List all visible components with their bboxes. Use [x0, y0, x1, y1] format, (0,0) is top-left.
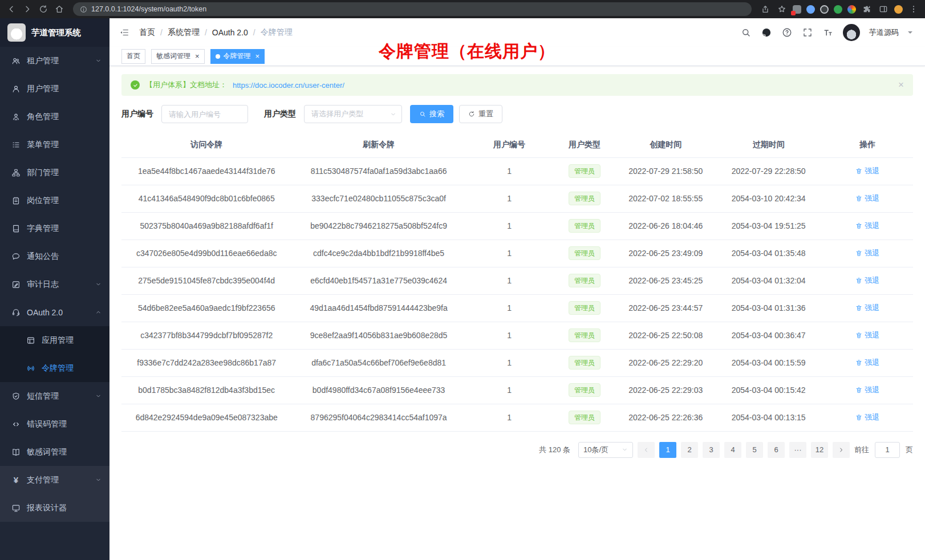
fullscreen-icon[interactable] [802, 27, 813, 38]
user-type-select[interactable]: 请选择用户类型 [304, 105, 402, 123]
extension-icon[interactable] [793, 5, 801, 14]
sidebar-item-label: 错误码管理 [27, 419, 67, 429]
back-button[interactable] [6, 3, 17, 15]
extension-icon[interactable] [820, 5, 829, 14]
navbar: 首页/系统管理/OAuth 2.0/令牌管理 芋道源码 [109, 18, 925, 47]
delete-icon [855, 332, 862, 339]
sidebar-item[interactable]: 错误码管理 [0, 410, 109, 438]
user-type-cell: 管理员 [553, 212, 616, 240]
breadcrumb-item[interactable]: OAuth 2.0 [212, 28, 248, 37]
sidebar-item[interactable]: 菜单管理 [0, 131, 109, 159]
pagination-total: 共 120 条 [539, 445, 570, 455]
view-tab[interactable]: 首页 [121, 49, 145, 64]
force-logout-button[interactable]: 强退 [855, 275, 879, 286]
sidebar-item[interactable]: 字典管理 [0, 214, 109, 242]
chevron-down-icon[interactable] [908, 31, 912, 36]
sidebar-item[interactable]: 岗位管理 [0, 186, 109, 214]
pagination-page-button[interactable]: 3 [703, 442, 720, 458]
column-header-access-token: 访问令牌 [121, 132, 291, 157]
tab-label: 首页 [127, 51, 140, 61]
side-panel-icon[interactable] [878, 3, 889, 15]
sidebar-subitem[interactable]: 令牌管理 [0, 354, 109, 382]
font-size-icon[interactable] [822, 27, 834, 38]
table-body: 1ea5e44f8bc1467aaede43144f31de76811c5304… [121, 157, 913, 431]
alert-doc-link[interactable]: https://doc.iocoder.cn/user-center/ [233, 81, 344, 90]
search-button[interactable]: 搜索 [410, 105, 453, 123]
share-icon[interactable] [760, 3, 771, 15]
view-tab[interactable]: 令牌管理× [210, 49, 265, 64]
github-icon[interactable] [761, 27, 772, 38]
forward-button[interactable] [22, 3, 33, 15]
reset-button[interactable]: 重置 [459, 105, 502, 123]
tab-label: 敏感词管理 [156, 51, 190, 61]
browser-menu-icon[interactable] [908, 3, 919, 15]
tab-close-icon[interactable]: × [255, 52, 260, 60]
action-cell: 强退 [822, 185, 913, 212]
force-logout-button[interactable]: 强退 [855, 166, 879, 176]
user-id-input[interactable] [161, 105, 248, 123]
force-logout-button[interactable]: 强退 [855, 358, 879, 368]
delete-icon [855, 195, 862, 202]
pagination-page-button[interactable]: 5 [746, 442, 763, 458]
pagination-page-button[interactable]: 4 [724, 442, 741, 458]
table-row: 54d6be82ee5a460a9aedc1f9bf22365649d1aa46… [121, 294, 913, 322]
force-logout-button[interactable]: 强退 [855, 193, 879, 204]
sidebar-logo-row[interactable]: 芋道管理系统 [0, 18, 109, 47]
force-logout-button[interactable]: 强退 [855, 412, 879, 423]
sidebar-item-label: OAuth 2.0 [27, 308, 63, 317]
sidebar-fold-icon[interactable] [109, 27, 139, 38]
sidebar-item[interactable]: ¥支付管理 [0, 466, 109, 494]
force-logout-label: 强退 [865, 385, 879, 395]
sidebar-item[interactable]: 通知公告 [0, 242, 109, 270]
pagination-next-button[interactable] [833, 442, 850, 458]
search-icon[interactable] [740, 27, 752, 38]
url-bar[interactable]: 127.0.0.1:1024/system/oauth2/token [73, 2, 752, 16]
site-info-icon[interactable] [80, 6, 87, 13]
force-logout-button[interactable]: 强退 [855, 221, 879, 231]
sidebar-item[interactable]: 租户管理 [0, 47, 109, 75]
force-logout-button[interactable]: 强退 [855, 248, 879, 258]
force-logout-button[interactable]: 强退 [855, 385, 879, 395]
goto-page-input[interactable] [875, 442, 900, 458]
page-size-select[interactable]: 10条/页 [578, 442, 633, 458]
sidebar-subitem[interactable]: 应用管理 [0, 326, 109, 354]
sidebar-item[interactable]: 审计日志 [0, 270, 109, 298]
sidebar-item[interactable]: 敏感词管理 [0, 438, 109, 466]
view-tab[interactable]: 敏感词管理× [151, 49, 205, 64]
user-avatar[interactable] [843, 24, 860, 41]
sidebar-item[interactable]: 角色管理 [0, 103, 109, 131]
extension-icon[interactable] [806, 5, 815, 14]
pagination-page-button[interactable]: 6 [768, 442, 785, 458]
access-token-cell: c342377bf8b344799dcbf7bf095287f2 [121, 322, 291, 349]
user-type-cell: 管理员 [553, 294, 616, 322]
user-name[interactable]: 芋道源码 [869, 27, 899, 38]
sidebar-item[interactable]: OAuth 2.0 [0, 298, 109, 326]
pagination-page-button[interactable]: 1 [659, 442, 676, 458]
expire-time-cell: 2022-07-29 22:28:50 [715, 157, 822, 185]
badge-icon [11, 196, 21, 205]
tab-close-icon[interactable]: × [195, 52, 200, 60]
force-logout-button[interactable]: 强退 [855, 330, 879, 340]
reload-button[interactable] [38, 3, 49, 15]
breadcrumb-item[interactable]: 首页 [139, 27, 155, 38]
force-logout-button[interactable]: 强退 [855, 303, 879, 313]
extension-icon[interactable] [847, 5, 856, 14]
help-icon[interactable] [781, 27, 793, 38]
extensions-puzzle-icon[interactable] [861, 3, 873, 15]
sidebar-item[interactable]: 报表设计器 [0, 494, 109, 522]
sidebar-item[interactable]: 部门管理 [0, 159, 109, 186]
tab-label: 令牌管理 [224, 51, 251, 61]
bookmark-star-icon[interactable] [776, 3, 788, 15]
breadcrumb-item[interactable]: 系统管理 [168, 27, 200, 38]
home-button[interactable] [54, 3, 65, 15]
pagination-prev-button[interactable] [638, 442, 655, 458]
pagination-more-button[interactable]: ··· [789, 442, 806, 458]
browser-profile-avatar[interactable] [894, 5, 903, 14]
pagination-page-button[interactable]: 2 [681, 442, 698, 458]
pagination-pages: 123456···12 [659, 442, 828, 458]
sidebar-item[interactable]: 短信管理 [0, 382, 109, 410]
extension-icon[interactable] [834, 5, 842, 14]
pagination-page-button[interactable]: 12 [811, 442, 828, 458]
sidebar-item[interactable]: 用户管理 [0, 75, 109, 103]
alert-close-icon[interactable]: × [898, 79, 904, 91]
